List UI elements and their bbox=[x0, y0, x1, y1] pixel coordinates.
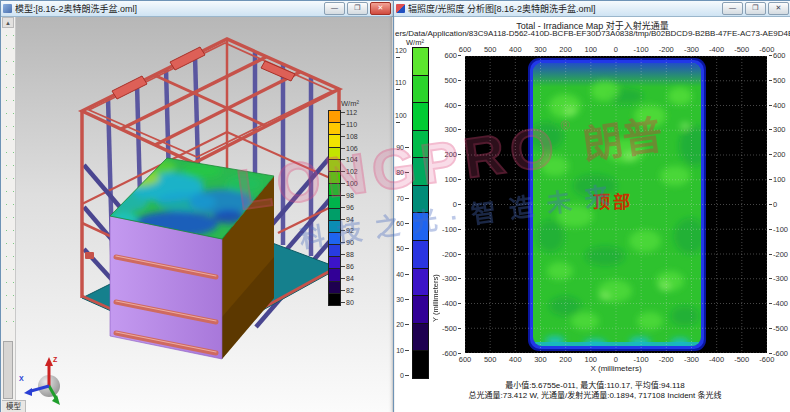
model-window-client: ▲ ▼ bbox=[2, 17, 392, 412]
coordinate-triad: Z X bbox=[19, 356, 60, 405]
colorbar-tick: 110 bbox=[395, 79, 409, 93]
x-tick: -500 bbox=[730, 355, 754, 364]
colorbar-segment bbox=[329, 294, 340, 305]
model-colorbar-ticks: 1121101081061041021009896949290888684828… bbox=[341, 110, 358, 306]
model-window-titlebar[interactable]: 模型:[8.16-2奥特朗洗手盆.oml] — ❐ ✕ bbox=[1, 1, 393, 17]
maximize-button[interactable]: ❐ bbox=[745, 2, 766, 15]
colorbar-segment bbox=[413, 241, 428, 269]
minimize-button[interactable]: — bbox=[722, 2, 743, 15]
y-tick: -300 bbox=[442, 274, 461, 283]
colorbar-tick: 108 bbox=[341, 134, 358, 140]
close-button[interactable]: ✕ bbox=[768, 2, 789, 15]
colorbar-tick: 10 bbox=[396, 347, 409, 354]
y-tick: 400 bbox=[444, 101, 461, 110]
model-tree-dots bbox=[3, 29, 14, 332]
model-colorbar: W/m² 11211010810610410210098969492908886… bbox=[328, 99, 386, 306]
colorbar-segment bbox=[413, 103, 428, 131]
x-tick: 100 bbox=[579, 355, 603, 364]
y-tick: -500 bbox=[442, 324, 461, 333]
model-window: 模型:[8.16-2奥特朗洗手盆.oml] — ❐ ✕ ▲ ▼ bbox=[0, 0, 394, 412]
x-tick: -200 bbox=[654, 45, 678, 54]
x-tick: -300 bbox=[679, 355, 703, 364]
maximize-button[interactable]: ❐ bbox=[347, 2, 368, 15]
model-3d-viewport[interactable]: Z X W/m² 1121101081061041021009896949290… bbox=[16, 17, 392, 412]
colorbar-segment bbox=[413, 269, 428, 297]
y-tick: 500 bbox=[444, 76, 461, 85]
x-tick: 500 bbox=[478, 355, 502, 364]
colorbar-segment bbox=[329, 111, 340, 123]
x-tick: 400 bbox=[503, 45, 527, 54]
x-tick: 600 bbox=[453, 355, 477, 364]
y-tick: -100 bbox=[769, 225, 788, 234]
chart-statistics: 最小值:5.6755e-011, 最大值:110.17, 平均值:94.118 … bbox=[405, 381, 785, 402]
colorbar-segment bbox=[413, 76, 428, 104]
colorbar-tick: 90 bbox=[396, 144, 409, 151]
x-tick: -600 bbox=[755, 355, 779, 364]
colorbar-segment bbox=[413, 296, 428, 324]
colorbar-tick: 88 bbox=[341, 252, 358, 258]
cage-roof bbox=[82, 39, 339, 163]
colorbar-segment bbox=[329, 209, 340, 221]
x-axis-ticks-top: 6005004003002001000-100-200-300-400-500-… bbox=[453, 45, 779, 54]
colorbar-segment bbox=[329, 172, 340, 184]
colorbar-segment bbox=[329, 160, 340, 172]
colorbar-tick: 20 bbox=[396, 321, 409, 328]
chart-colorbar-ticks: 1201101009080706050403020100 bbox=[395, 47, 409, 379]
stats-line-1: 最小值:5.6755e-011, 最大值:110.17, 平均值:94.118 bbox=[405, 381, 785, 391]
x-tick: 500 bbox=[478, 45, 502, 54]
colorbar-tick: 110 bbox=[341, 122, 358, 128]
colorbar-tick: 120 bbox=[395, 47, 409, 61]
scroll-up-button[interactable]: ▲ bbox=[2, 17, 14, 28]
colorbar-segment bbox=[329, 135, 340, 147]
minimize-button[interactable]: — bbox=[324, 2, 345, 15]
y-tick: 300 bbox=[444, 125, 461, 134]
x-tick: 0 bbox=[604, 45, 628, 54]
colorbar-tick: 80 bbox=[396, 169, 409, 176]
colorbar-segment bbox=[329, 282, 340, 294]
colorbar-tick: 82 bbox=[341, 288, 358, 294]
colorbar-tick: 84 bbox=[341, 276, 358, 282]
close-button[interactable]: ✕ bbox=[370, 2, 391, 15]
x-tick: 600 bbox=[453, 45, 477, 54]
x-tick: -600 bbox=[755, 45, 779, 54]
y-tick: 300 bbox=[769, 125, 786, 134]
colorbar-segment bbox=[413, 186, 428, 214]
colorbar-tick: 96 bbox=[341, 205, 358, 211]
y-axis-ticks-right: 6005004003002001000-100-200-300-400-500-… bbox=[769, 51, 790, 358]
colorbar-segment bbox=[329, 245, 340, 257]
colorbar-segment bbox=[413, 213, 428, 241]
x-tick: -500 bbox=[730, 45, 754, 54]
colorbar-tick: 40 bbox=[396, 271, 409, 278]
colorbar-segment bbox=[329, 148, 340, 160]
y-tick: 0 bbox=[453, 200, 461, 209]
model-tab[interactable]: 模型 bbox=[2, 400, 26, 412]
x-axis-label: X bbox=[19, 375, 24, 382]
irradiance-heatmap: 顶部 bbox=[465, 56, 767, 353]
colorbar-segment bbox=[329, 184, 340, 196]
colorbar-segment bbox=[413, 351, 428, 378]
irradiance-window-titlebar[interactable]: 辐照度/光照度 分析图[8.16-2奥特朗洗手盆.oml] — ❐ ✕ bbox=[394, 1, 790, 17]
irradiance-window-client: Total - Irradiance Map 对于入射光通量 ers/Data/… bbox=[395, 17, 790, 412]
colorbar-tick: 98 bbox=[341, 193, 358, 199]
scrollbar-thumb[interactable] bbox=[3, 341, 13, 399]
colorbar-segment bbox=[329, 233, 340, 245]
colorbar-tick: 104 bbox=[341, 157, 358, 163]
z-axis-label: Z bbox=[53, 356, 58, 363]
model-colorbar-gradient bbox=[328, 110, 341, 306]
irradiance-map-window: 辐照度/光照度 分析图[8.16-2奥特朗洗手盆.oml] — ❐ ✕ Tota… bbox=[393, 0, 790, 412]
chart-source-path: ers/Data/Application/83C9A118-D562-410D-… bbox=[395, 29, 790, 38]
y-tick: 200 bbox=[444, 150, 461, 159]
colorbar-tick: 94 bbox=[341, 217, 358, 223]
colorbar-tick: 70 bbox=[396, 195, 409, 202]
y-tick: -500 bbox=[769, 324, 788, 333]
y-tick: 100 bbox=[769, 175, 786, 184]
y-tick: 500 bbox=[769, 76, 786, 85]
x-tick: 300 bbox=[528, 45, 552, 54]
colorbar-segment bbox=[329, 257, 340, 269]
stats-line-2: 总光通量:73.412 W, 光通量/发射光通量:0.1894, 717108 … bbox=[405, 391, 785, 401]
colorbar-segment bbox=[413, 131, 428, 159]
y-tick: -400 bbox=[442, 299, 461, 308]
cage-roof-plates bbox=[112, 47, 295, 99]
colorbar-segment bbox=[329, 196, 340, 208]
colorbar-tick: 90 bbox=[341, 240, 358, 246]
